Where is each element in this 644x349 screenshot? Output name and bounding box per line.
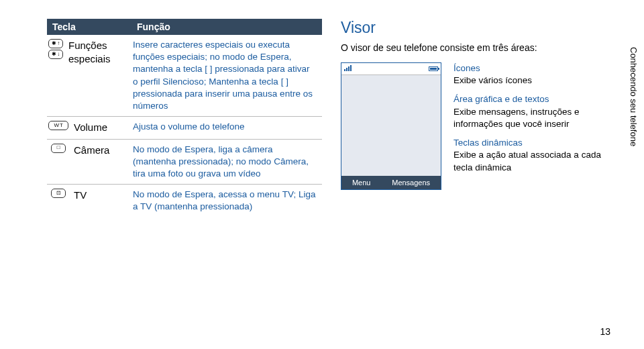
legend-head: Ícones [453, 62, 610, 74]
legend-head: Teclas dinâmicas [453, 137, 610, 149]
key-icon: W T [48, 121, 68, 130]
key-label: Funções especiais [68, 39, 126, 66]
phone-screen-illustration: Menu Mensagens [341, 62, 441, 190]
svg-rect-2 [348, 66, 350, 71]
side-tab: Conhecendo seu telefone [629, 47, 639, 146]
table-row: ✱ ↑ ✱ ↓ Funções especiais Insere caracte… [47, 35, 322, 117]
key-icon: □ [51, 144, 66, 153]
key-icon: ✱ ↑ [48, 39, 63, 48]
section-title: Visor [341, 19, 610, 37]
legend-desc: Exibe mensagens, instruções e informaçõe… [453, 106, 610, 130]
svg-rect-3 [350, 65, 352, 71]
key-desc: Ajusta o volume do telefone [131, 117, 322, 139]
th-key: Tecla [47, 19, 131, 35]
key-label: TV [74, 189, 87, 202]
legend-head: Área gráfica e de textos [453, 93, 610, 105]
battery-icon [429, 66, 438, 71]
svg-rect-0 [344, 69, 345, 71]
softkey-right: Mensagens [392, 179, 430, 187]
table-row: ⊡ TV No modo de Espera, acessa o menu TV… [47, 185, 322, 217]
key-icon: ⊡ [51, 189, 66, 198]
key-label: Câmera [74, 144, 109, 157]
key-desc: No modo de Espera, liga a câmera (manten… [131, 139, 322, 185]
key-desc: No modo de Espera, acessa o menu TV; Lig… [131, 185, 322, 217]
signal-icon [344, 65, 354, 72]
table-row: □ Câmera No modo de Espera, liga a câmer… [47, 139, 322, 185]
legend-desc: Exibe a ação atual associada a cada tecl… [453, 149, 610, 173]
page-number: 13 [600, 326, 610, 337]
graphic-area [341, 75, 441, 176]
legend: Ícones Exibe vários ícones Área gráfica … [453, 62, 610, 190]
key-desc: Insere caracteres especiais ou executa f… [131, 35, 322, 117]
th-func: Função [131, 19, 322, 35]
svg-rect-1 [346, 68, 347, 71]
table-row: W T Volume Ajusta o volume do telefone [47, 117, 322, 139]
legend-desc: Exibe vários ícones [453, 74, 610, 87]
keys-table: Tecla Função ✱ ↑ ✱ ↓ Funções especiais I… [47, 19, 322, 217]
section-intro: O visor de seu telefone consiste em três… [341, 42, 610, 53]
softkey-left: Menu [352, 179, 371, 187]
key-label: Volume [74, 121, 107, 134]
key-icon: ✱ ↓ [48, 50, 63, 59]
